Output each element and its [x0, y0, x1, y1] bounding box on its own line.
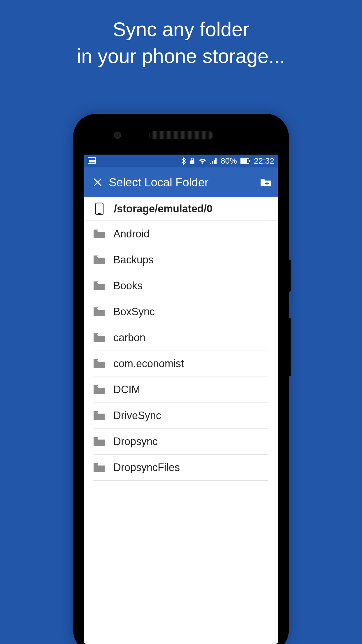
folder-icon [94, 411, 105, 420]
folder-icon [94, 230, 105, 238]
svg-rect-4 [212, 161, 213, 164]
content-area: /storage/emulated/0 Android Backups Book… [84, 197, 278, 481]
phone-camera [114, 132, 121, 139]
battery-icon [240, 158, 250, 164]
svg-rect-22 [94, 385, 98, 386]
bluetooth-icon [181, 157, 186, 165]
battery-percent: 80% [221, 156, 237, 166]
folder-row[interactable]: BoxSync [94, 299, 268, 325]
folder-name: Backups [113, 254, 154, 266]
svg-rect-5 [214, 160, 215, 164]
folder-list: Android Backups Books BoxSync carbon com… [84, 221, 278, 481]
phone-speaker [149, 131, 213, 139]
folder-name: Dropsync [113, 435, 158, 448]
folder-icon [94, 281, 105, 290]
svg-rect-16 [94, 230, 98, 230]
folder-row[interactable]: Backups [94, 247, 268, 273]
folder-name: BoxSync [113, 306, 155, 318]
phone-volume-button [289, 318, 291, 376]
phone-power-button [289, 260, 291, 292]
folder-icon [94, 307, 105, 316]
clock-time: 22:32 [254, 156, 274, 166]
svg-rect-17 [94, 256, 98, 256]
close-icon [93, 178, 102, 187]
phone-storage-icon [94, 202, 105, 215]
screenshot-icon [88, 157, 96, 166]
folder-icon [94, 256, 105, 264]
folder-name: com.economist [113, 358, 184, 370]
svg-rect-23 [94, 411, 98, 412]
svg-rect-18 [94, 281, 98, 282]
svg-rect-24 [94, 437, 98, 438]
svg-rect-1 [89, 160, 95, 162]
new-folder-button[interactable] [259, 178, 273, 187]
folder-name: DCIM [113, 384, 140, 396]
promo-line2: in your phone storage... [0, 43, 362, 70]
close-button[interactable] [89, 178, 106, 187]
svg-rect-9 [241, 159, 247, 163]
svg-rect-20 [94, 333, 98, 334]
status-bar: 80% 22:32 [84, 155, 278, 167]
wifi-icon [198, 158, 207, 164]
svg-rect-3 [210, 163, 211, 164]
folder-name: DriveSync [113, 410, 161, 422]
folder-row[interactable]: Books [94, 273, 268, 299]
signal-icon [210, 158, 217, 164]
folder-icon [94, 437, 105, 446]
svg-rect-19 [94, 307, 98, 308]
folder-add-icon [260, 178, 272, 187]
folder-icon [94, 385, 105, 394]
phone-frame: 80% 22:32 [73, 114, 289, 644]
folder-name: Books [113, 280, 143, 292]
promo-line1: Sync any folder [0, 16, 362, 43]
svg-rect-8 [249, 160, 250, 162]
folder-row[interactable]: DropsyncFiles [94, 455, 268, 481]
folder-row[interactable]: DriveSync [94, 403, 268, 429]
folder-icon [94, 463, 105, 472]
app-bar-title: Select Local Folder [109, 176, 259, 189]
svg-rect-21 [94, 359, 98, 360]
current-path-row[interactable]: /storage/emulated/0 [84, 197, 278, 221]
folder-row[interactable]: DCIM [94, 377, 268, 403]
folder-name: DropsyncFiles [113, 461, 180, 474]
folder-row[interactable]: com.economist [94, 351, 268, 377]
folder-row[interactable]: Android [94, 221, 268, 247]
lock-icon [190, 158, 195, 164]
promo-text: Sync any folder in your phone storage... [0, 0, 362, 70]
svg-rect-25 [94, 463, 98, 464]
folder-icon [94, 359, 105, 368]
folder-icon [94, 333, 105, 342]
folder-row[interactable]: carbon [94, 325, 268, 351]
svg-rect-14 [96, 203, 103, 215]
folder-name: Android [113, 228, 150, 240]
svg-rect-2 [190, 160, 194, 164]
phone-screen: 80% 22:32 [84, 155, 278, 644]
current-path: /storage/emulated/0 [114, 203, 212, 215]
app-bar: Select Local Folder [84, 167, 278, 197]
folder-row[interactable]: Dropsync [94, 429, 268, 455]
svg-rect-6 [215, 158, 217, 164]
folder-name: carbon [113, 332, 145, 344]
